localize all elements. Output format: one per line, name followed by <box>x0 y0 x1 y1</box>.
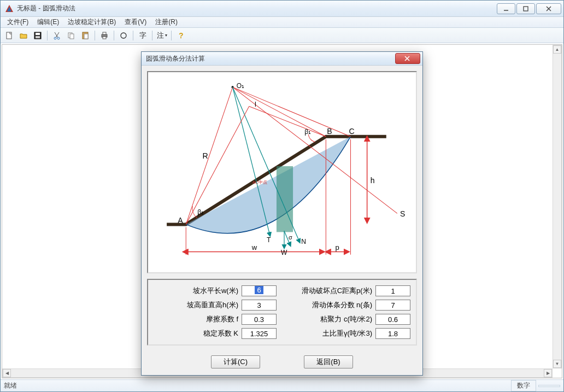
label-c: 粘聚力 c(吨/米2) <box>320 314 372 324</box>
input-c[interactable] <box>375 314 410 325</box>
svg-rect-25 <box>277 166 293 232</box>
save-button[interactable] <box>31 30 44 42</box>
print-button[interactable] <box>98 30 111 42</box>
svg-text:β₂: β₂ <box>197 208 204 216</box>
svg-line-28 <box>233 87 351 136</box>
scroll-up-icon[interactable]: ▲ <box>553 45 561 54</box>
svg-text:C: C <box>349 127 355 136</box>
separator <box>171 31 172 40</box>
menu-register[interactable]: 注册(R) <box>151 16 182 28</box>
window-title: 无标题 - 圆弧滑动法 <box>17 4 497 13</box>
minimize-button[interactable] <box>497 3 515 14</box>
status-empty <box>538 385 560 387</box>
svg-text:O₁: O₁ <box>237 82 244 90</box>
window-controls <box>497 3 561 14</box>
note-button[interactable]: 注▾ <box>155 30 168 42</box>
svg-rect-20 <box>103 37 106 39</box>
svg-text:σ: σ <box>289 234 292 241</box>
svg-point-21 <box>121 33 126 38</box>
text-button[interactable]: 字 <box>136 30 149 42</box>
row-K: 稳定系数 K <box>154 328 277 339</box>
input-w[interactable]: 6 <box>242 285 277 296</box>
cut-button[interactable] <box>50 30 63 42</box>
svg-text:T: T <box>267 236 271 244</box>
dialog-title: 圆弧滑动条分法计算 <box>146 54 395 63</box>
label-n: 滑动体条分数 n(条) <box>312 300 373 310</box>
menubar: 文件(F) 编辑(E) 边坡稳定计算(B) 查看(V) 注册(R) <box>1 17 563 28</box>
output-K <box>242 328 277 339</box>
svg-point-12 <box>54 37 56 39</box>
svg-rect-3 <box>524 7 528 11</box>
paste-button[interactable] <box>79 30 92 42</box>
calculate-button[interactable]: 计算(C) <box>211 355 260 368</box>
value-w: 6 <box>255 286 263 294</box>
input-gamma[interactable] <box>375 328 410 339</box>
row-p: 滑动破坏点C距离p(米) <box>287 285 410 296</box>
svg-rect-19 <box>103 32 106 34</box>
close-icon <box>404 56 411 61</box>
label-f: 摩擦系数 f <box>206 314 238 324</box>
label-p: 滑动破坏点C距离p(米) <box>302 286 372 296</box>
svg-text:β₁: β₁ <box>304 128 311 136</box>
copy-button[interactable] <box>64 30 78 42</box>
svg-text:?: ? <box>179 31 184 40</box>
label-h: 坡高垂直高h(米) <box>187 300 238 310</box>
svg-rect-17 <box>84 34 88 39</box>
menu-edit[interactable]: 编辑(E) <box>33 16 63 28</box>
statusbar: 就绪 数字 <box>1 379 563 391</box>
back-button[interactable]: 返回(B) <box>304 355 353 368</box>
svg-text:R: R <box>202 151 208 160</box>
svg-text:h: h <box>371 176 375 185</box>
status-ready: 就绪 <box>4 381 509 390</box>
label-K: 稳定系数 K <box>203 329 238 338</box>
close-button[interactable] <box>536 3 561 14</box>
svg-rect-9 <box>36 36 40 38</box>
open-button[interactable] <box>17 30 30 42</box>
label-gamma: 土比重γ(吨/米3) <box>322 329 372 338</box>
scroll-down-icon[interactable]: ▼ <box>553 360 561 368</box>
new-file-button[interactable] <box>3 30 16 42</box>
scroll-left-icon[interactable]: ◀ <box>3 369 11 377</box>
row-n: 滑动体条分数 n(条) <box>287 300 410 311</box>
svg-text:B: B <box>327 127 332 136</box>
row-f: 摩擦系数 f <box>154 314 277 325</box>
label-w: 坡水平长w(米) <box>193 286 238 296</box>
svg-rect-15 <box>70 34 74 39</box>
toolbar: 字 注▾ ? <box>1 28 563 43</box>
dialog-close-button[interactable] <box>395 53 420 64</box>
dropdown-arrow-icon: ▾ <box>165 33 167 38</box>
row-c: 粘聚力 c(吨/米2) <box>287 314 410 325</box>
svg-text:A: A <box>178 216 183 225</box>
menu-file[interactable]: 文件(F) <box>3 16 33 28</box>
circle-button[interactable] <box>117 30 130 42</box>
svg-text:N: N <box>301 238 306 245</box>
row-h: 坡高垂直高h(米) <box>154 300 277 311</box>
dialog-titlebar[interactable]: 圆弧滑动条分法计算 <box>142 52 422 66</box>
input-n[interactable] <box>375 300 410 311</box>
scroll-right-icon[interactable]: ▶ <box>544 369 552 377</box>
input-f[interactable] <box>242 314 277 325</box>
status-num: 数字 <box>511 380 536 391</box>
calculation-dialog: 圆弧滑动条分法计算 <box>141 51 423 376</box>
svg-text:AC中点: AC中点 <box>252 180 267 185</box>
svg-line-29 <box>233 87 326 136</box>
separator <box>114 31 114 40</box>
svg-text:W: W <box>281 249 287 256</box>
input-panel: 坡水平长w(米) 6 滑动破坏点C距离p(米) 坡高垂直高h(米) 滑动体条分数… <box>147 279 417 346</box>
svg-point-13 <box>57 37 60 39</box>
menu-view[interactable]: 查看(V) <box>120 16 151 28</box>
input-p[interactable] <box>375 285 410 296</box>
slope-diagram: O₁ I R A B C S h w p T N W σ β₁ β₂ AC中点 <box>147 71 417 273</box>
separator <box>133 31 133 40</box>
main-titlebar: 无标题 - 圆弧滑动法 <box>1 1 563 17</box>
dialog-buttons: 计算(C) 返回(B) <box>147 351 417 370</box>
maximize-button[interactable] <box>516 3 535 14</box>
note-label: 注 <box>157 31 164 40</box>
svg-rect-8 <box>36 33 40 35</box>
vertical-scrollbar[interactable]: ▲ ▼ <box>553 45 562 368</box>
help-button[interactable]: ? <box>174 30 187 42</box>
row-gamma: 土比重γ(吨/米3) <box>287 328 410 339</box>
input-h[interactable] <box>242 300 277 311</box>
separator <box>47 31 48 40</box>
menu-slope[interactable]: 边坡稳定计算(B) <box>63 16 120 28</box>
